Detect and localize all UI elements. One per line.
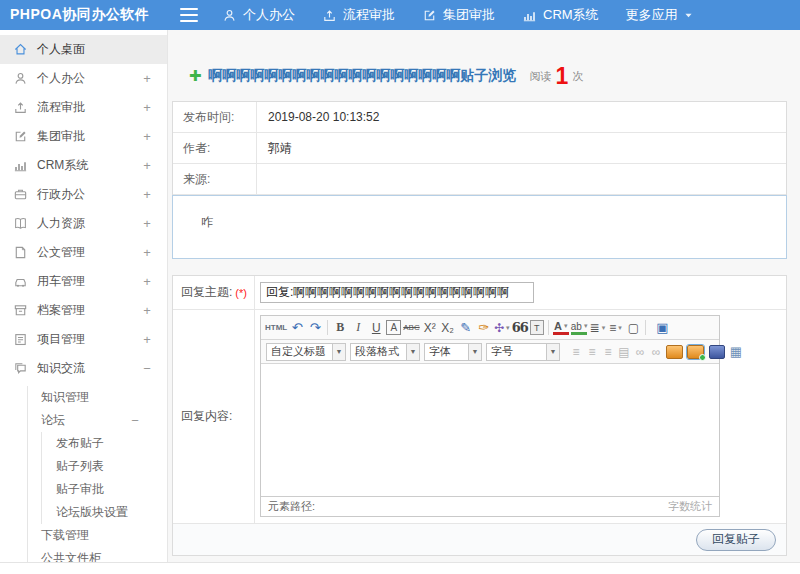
expander-icon[interactable]: + bbox=[141, 303, 153, 318]
chevron-down-icon[interactable]: ▼ bbox=[468, 344, 481, 360]
superscript-button[interactable]: X² bbox=[422, 318, 438, 337]
info-row-value: 2019-08-20 10:13:52 bbox=[257, 102, 786, 132]
expander-icon[interactable]: + bbox=[141, 100, 153, 115]
expander-icon[interactable]: + bbox=[141, 129, 153, 144]
chevron-down-icon[interactable]: ▼ bbox=[546, 344, 559, 360]
paste-plain-button[interactable]: T bbox=[530, 320, 544, 335]
expander-icon[interactable]: + bbox=[141, 332, 153, 347]
expander-icon[interactable]: + bbox=[141, 71, 153, 86]
info-row-label: 发布时间: bbox=[173, 102, 257, 132]
sidebar-item-archive-management[interactable]: 档案管理 + bbox=[0, 296, 167, 325]
ordered-list-button[interactable]: ≣ bbox=[589, 318, 605, 337]
collapse-icon[interactable]: − bbox=[129, 413, 141, 428]
sidebar: 个人桌面 个人办公 + 流程审批 + 集团审批 bbox=[0, 30, 168, 562]
chevron-down-icon[interactable]: ▼ bbox=[332, 344, 345, 360]
select-label: 自定义标题 bbox=[267, 344, 332, 359]
nav-item-label: 更多应用 bbox=[626, 6, 678, 24]
source-code-button[interactable]: HTML bbox=[265, 318, 287, 337]
align-left-icon[interactable]: ≡ bbox=[569, 342, 583, 361]
redo-icon[interactable]: ↷ bbox=[307, 318, 323, 337]
sidebar-subitem-label: 贴子审批 bbox=[56, 481, 104, 498]
user-icon bbox=[13, 71, 28, 86]
home-icon bbox=[13, 42, 28, 57]
align-right-icon[interactable]: ≡ bbox=[601, 342, 615, 361]
insert-image-icon[interactable] bbox=[666, 345, 683, 359]
bordered-text-button[interactable]: A bbox=[386, 320, 401, 335]
undo-icon[interactable]: ↶ bbox=[289, 318, 305, 337]
sidebar-item-project-management[interactable]: 项目管理 + bbox=[0, 325, 167, 354]
menu-icon[interactable] bbox=[180, 8, 198, 22]
post-info-table: 发布时间: 2019-08-20 10:13:52 作者: 郭靖 来源: bbox=[172, 101, 787, 195]
underline-button[interactable]: U bbox=[368, 318, 384, 337]
expander-icon[interactable]: + bbox=[141, 158, 153, 173]
expander-icon[interactable]: + bbox=[141, 187, 153, 202]
sidebar-item-label: 公文管理 bbox=[37, 244, 141, 261]
blank-doc-button[interactable]: ▢ bbox=[625, 318, 641, 337]
align-center-icon[interactable]: ≡ bbox=[585, 342, 599, 361]
eraser-icon[interactable]: ✎ bbox=[458, 318, 474, 337]
nav-more-apps[interactable]: 更多应用 bbox=[626, 6, 694, 24]
highlight-color-button[interactable]: ab bbox=[571, 320, 588, 335]
nav-crm-system[interactable]: CRM系统 bbox=[522, 6, 599, 24]
add-icon[interactable]: ✚ bbox=[189, 67, 202, 85]
fullscreen-button[interactable]: ▣ bbox=[654, 318, 670, 337]
insert-table-icon[interactable]: ▦ bbox=[729, 342, 743, 361]
nav-group-approval[interactable]: 集团审批 bbox=[422, 6, 495, 24]
paragraph-format-select[interactable]: 段落格式 ▼ bbox=[350, 343, 420, 361]
sidebar-forum-subitem[interactable]: 贴子审批 bbox=[42, 478, 167, 501]
sidebar-forum-subitem[interactable]: 发布贴子 bbox=[42, 432, 167, 455]
sidebar-item-vehicle-management[interactable]: 用车管理 + bbox=[0, 267, 167, 296]
reply-subject-input[interactable] bbox=[260, 282, 534, 303]
format-painter-icon[interactable]: ✑ bbox=[476, 318, 492, 337]
unlink-icon[interactable]: ∞ bbox=[649, 342, 663, 361]
sidebar-item-personal-desktop[interactable]: 个人桌面 bbox=[0, 35, 167, 64]
font-family-select[interactable]: 字体 ▼ bbox=[424, 343, 482, 361]
blockquote-button[interactable]: 66 bbox=[512, 318, 528, 337]
sidebar-subitem-label: 论坛 bbox=[41, 412, 65, 429]
expander-icon[interactable]: + bbox=[141, 216, 153, 231]
italic-button[interactable]: I bbox=[350, 318, 366, 337]
font-color-button[interactable]: A bbox=[553, 320, 569, 335]
unordered-list-button[interactable]: ≡ bbox=[607, 318, 623, 337]
sidebar-item-official-docs[interactable]: 公文管理 + bbox=[0, 238, 167, 267]
info-row-label: 来源: bbox=[173, 164, 257, 194]
expander-icon[interactable]: + bbox=[141, 274, 153, 289]
auto-typeset-icon[interactable]: ✣ bbox=[494, 318, 510, 337]
reply-submit-button[interactable]: 回复贴子 bbox=[696, 529, 776, 551]
sidebar-item-label: 集团审批 bbox=[37, 128, 141, 145]
sidebar-item-knowledge-management[interactable]: 知识管理 bbox=[28, 386, 167, 409]
sidebar-knowledge-subitem[interactable]: 公共文件柜 bbox=[28, 547, 167, 562]
sidebar-item-hr[interactable]: 人力资源 + bbox=[0, 209, 167, 238]
sidebar-item-personal-office[interactable]: 个人办公 + bbox=[0, 64, 167, 93]
justify-icon[interactable]: ▤ bbox=[617, 342, 631, 361]
sidebar-forum-subitem[interactable]: 贴子列表 bbox=[42, 455, 167, 478]
sidebar-knowledge-subitem[interactable]: 下载管理 bbox=[28, 524, 167, 547]
chevron-down-icon[interactable]: ▼ bbox=[406, 344, 419, 360]
insert-video-icon[interactable] bbox=[709, 345, 725, 359]
briefcase-icon bbox=[13, 187, 28, 202]
subscript-button[interactable]: X₂ bbox=[440, 318, 456, 337]
sidebar-item-crm-system[interactable]: CRM系统 + bbox=[0, 151, 167, 180]
editor-body[interactable] bbox=[261, 364, 719, 496]
toolbar-separator bbox=[645, 320, 646, 335]
font-size-select[interactable]: 字号 ▼ bbox=[486, 343, 560, 361]
expander-icon[interactable]: − bbox=[141, 361, 153, 376]
sidebar-item-workflow-approval[interactable]: 流程审批 + bbox=[0, 93, 167, 122]
custom-title-select[interactable]: 自定义标题 ▼ bbox=[266, 343, 346, 361]
nav-personal-office[interactable]: 个人办公 bbox=[222, 6, 295, 24]
link-icon[interactable]: ∞ bbox=[633, 342, 647, 361]
sidebar-item-admin-office[interactable]: 行政办公 + bbox=[0, 180, 167, 209]
bold-button[interactable]: B bbox=[332, 318, 348, 337]
nav-workflow-approval[interactable]: 流程审批 bbox=[322, 6, 395, 24]
sidebar-forum-subitem[interactable]: 论坛版块设置 bbox=[42, 501, 167, 524]
archive-icon bbox=[13, 303, 28, 318]
expander-icon[interactable]: + bbox=[141, 245, 153, 260]
strikethrough-button[interactable]: ABC bbox=[403, 318, 419, 337]
sidebar-subitem-label: 发布贴子 bbox=[56, 435, 104, 452]
sidebar-item-label: 流程审批 bbox=[37, 99, 141, 116]
sidebar-item-group-approval[interactable]: 集团审批 + bbox=[0, 122, 167, 151]
image-manager-icon[interactable] bbox=[687, 345, 704, 359]
sidebar-item-knowledge-exchange[interactable]: 知识交流 − bbox=[0, 354, 167, 383]
sidebar-item-forum[interactable]: 论坛 − bbox=[28, 409, 167, 432]
read-count: 1 bbox=[556, 66, 569, 86]
